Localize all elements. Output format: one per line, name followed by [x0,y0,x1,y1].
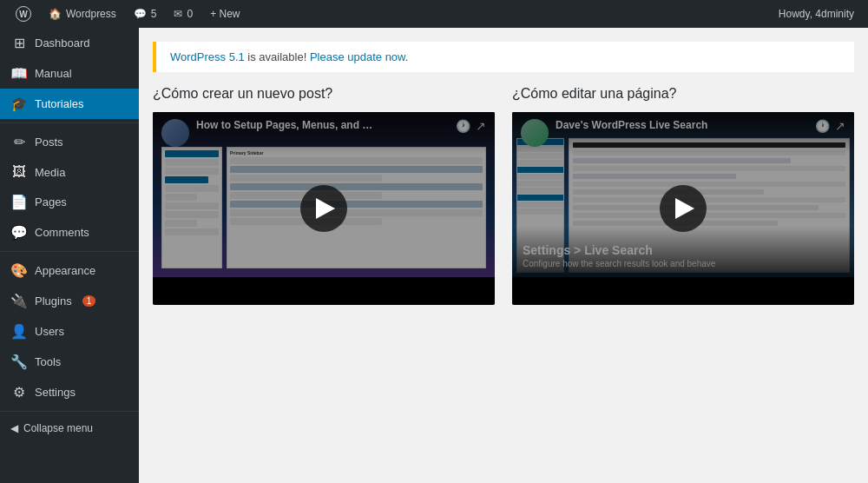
tutorial-col1-title: ¿Cómo crear un nuevo post? [153,86,495,102]
media-icon: 🖼 [10,164,28,180]
plugins-badge: 1 [82,295,96,307]
collapse-arrow-icon: ◀ [10,422,18,434]
tools-icon: 🔧 [10,354,28,370]
messages-item[interactable]: ✉ 0 [165,0,201,28]
admin-bar: W 🏠 Wordpress 💬 5 ✉ 0 + New Howdy, 4dmin… [0,0,868,28]
sidebar: ⊞ Dashboard 📖 Manual 🎓 Tutoriales ✏ Post… [0,28,139,483]
plugins-icon: 🔌 [10,293,28,309]
video-thumb-1[interactable]: Primary Sidebar [153,112,495,305]
home-icon: 🏠 [49,8,62,20]
sidebar-sep-3 [0,411,139,412]
new-item[interactable]: + New [201,0,248,28]
sidebar-item-label: Settings [35,386,76,399]
site-name: Wordpress [66,8,116,20]
wp-logo-icon: W [16,6,31,22]
comments-count: 5 [151,8,157,20]
play-button-2[interactable] [660,185,707,232]
notice-text: is available! [245,50,310,63]
notice-suffix: . [405,50,409,63]
sidebar-item-label: Tutoriales [35,97,84,110]
sidebar-item-appearance[interactable]: 🎨 Appearance [0,255,139,286]
sidebar-item-label: Users [35,325,64,338]
admin-bar-left: W 🏠 Wordpress 💬 5 ✉ 0 + New [7,0,779,28]
notice-banner: WordPress 5.1 is available! Please updat… [153,42,854,72]
sidebar-item-label: Manual [35,67,72,80]
sidebar-item-posts[interactable]: ✏ Posts [0,127,139,157]
dashboard-icon: ⊞ [10,35,28,51]
sidebar-item-comments[interactable]: 💬 Comments [0,217,139,248]
messages-count: 0 [187,8,193,20]
collapse-menu-label: Collapse menu [23,422,93,434]
video-thumb-2[interactable]: Settings > Live Search Configure how the… [512,112,854,305]
manual-icon: 📖 [10,65,28,82]
video-overlay-1[interactable] [153,112,495,305]
site-name-item[interactable]: 🏠 Wordpress [40,0,125,28]
pages-icon: 📄 [10,194,28,210]
sidebar-item-label: Posts [35,136,63,149]
sidebar-item-label: Tools [35,355,61,368]
sidebar-item-users[interactable]: 👤 Users [0,316,139,347]
admin-bar-right: Howdy, 4dminity [779,8,861,20]
greeting-text: Howdy, 4dminity [779,8,854,20]
sidebar-item-tutoriales[interactable]: 🎓 Tutoriales [0,89,139,119]
sidebar-sep-2 [0,251,139,252]
content-area: WordPress 5.1 is available! Please updat… [139,28,868,483]
sidebar-item-label: Plugins [35,294,72,308]
tutorial-col-2: ¿Cómo editar una página? [512,86,854,305]
main-layout: ⊞ Dashboard 📖 Manual 🎓 Tutoriales ✏ Post… [0,28,868,483]
sidebar-item-label: Appearance [35,264,95,277]
comments-item[interactable]: 💬 5 [125,0,166,28]
new-label: + New [210,8,240,20]
users-icon: 👤 [10,323,28,340]
wp-logo-item[interactable]: W [7,0,40,28]
comments-icon: 💬 [10,224,28,241]
sidebar-item-dashboard[interactable]: ⊞ Dashboard [0,28,139,58]
sidebar-item-label: Comments [35,226,89,239]
sidebar-item-media[interactable]: 🖼 Media [0,157,139,187]
sidebar-item-label: Pages [35,195,67,208]
notice-wp-link[interactable]: WordPress 5.1 [170,50,245,63]
sidebar-item-label: Dashboard [35,36,90,50]
appearance-icon: 🎨 [10,262,28,279]
sidebar-item-tools[interactable]: 🔧 Tools [0,347,139,377]
play-button-1[interactable] [300,185,347,232]
video-overlay-2[interactable] [512,112,854,305]
sidebar-item-settings[interactable]: ⚙ Settings [0,377,139,407]
sidebar-item-label: Media [35,166,65,179]
comment-icon: 💬 [134,8,147,20]
settings-icon: ⚙ [10,384,28,400]
tutorial-col2-title: ¿Cómo editar una página? [512,86,854,102]
tutorial-grid: ¿Cómo crear un nuevo post? [153,86,854,305]
posts-icon: ✏ [10,134,28,150]
svg-text:W: W [19,10,28,19]
tutorial-col-1: ¿Cómo crear un nuevo post? [153,86,495,305]
tutorial-section: ¿Cómo crear un nuevo post? [139,72,868,319]
collapse-menu-button[interactable]: ◀ Collapse menu [0,415,139,441]
sidebar-sep-1 [0,122,139,123]
notice-update-link[interactable]: Please update now [310,50,405,63]
sidebar-item-manual[interactable]: 📖 Manual [0,58,139,89]
sidebar-item-plugins[interactable]: 🔌 Plugins 1 [0,286,139,316]
message-icon: ✉ [174,8,182,20]
sidebar-item-pages[interactable]: 📄 Pages [0,187,139,217]
tutoriales-icon: 🎓 [10,96,28,112]
